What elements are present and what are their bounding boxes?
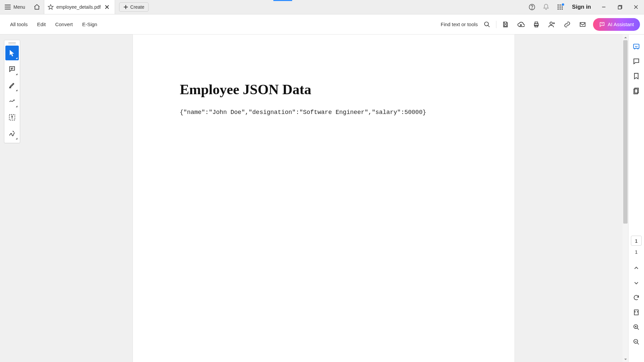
help-icon bbox=[529, 4, 535, 10]
page-fit-icon bbox=[633, 309, 640, 316]
svg-point-5 bbox=[561, 4, 563, 6]
select-tool[interactable] bbox=[5, 46, 19, 60]
pages-icon bbox=[633, 87, 640, 95]
ai-assistant-label: AI Assistant bbox=[608, 21, 634, 27]
chevron-down-icon bbox=[634, 280, 639, 286]
print-button[interactable] bbox=[529, 18, 544, 31]
star-icon[interactable] bbox=[48, 4, 54, 10]
hamburger-icon bbox=[5, 5, 11, 9]
share-users-button[interactable] bbox=[544, 18, 559, 31]
notifications-button[interactable] bbox=[539, 0, 553, 14]
prev-page-button[interactable] bbox=[630, 261, 643, 276]
tab-close-button[interactable] bbox=[103, 3, 111, 11]
help-button[interactable] bbox=[525, 0, 539, 14]
svg-rect-16 bbox=[535, 22, 537, 23]
create-button[interactable]: Create bbox=[119, 2, 149, 12]
find-label: Find text or tools bbox=[441, 21, 478, 27]
window-restore-button[interactable] bbox=[612, 0, 628, 14]
speech-bubble-icon bbox=[633, 58, 640, 65]
sign-in-button[interactable]: Sign in bbox=[567, 4, 596, 10]
zoom-in-button[interactable] bbox=[630, 320, 643, 335]
svg-point-10 bbox=[559, 8, 561, 10]
text-select-tool[interactable] bbox=[5, 110, 19, 125]
rotate-icon bbox=[633, 294, 640, 301]
create-label: Create bbox=[130, 4, 144, 10]
close-icon bbox=[634, 5, 638, 9]
cloud-upload-button[interactable] bbox=[513, 18, 529, 31]
bell-icon bbox=[543, 4, 549, 10]
comments-panel-button[interactable] bbox=[630, 54, 643, 69]
bookmarks-panel-button[interactable] bbox=[630, 69, 643, 83]
svg-rect-12 bbox=[618, 6, 621, 9]
save-button[interactable] bbox=[498, 18, 513, 31]
svg-point-4 bbox=[559, 4, 561, 6]
svg-point-11 bbox=[561, 8, 563, 10]
scroll-thumb[interactable] bbox=[623, 40, 628, 224]
edit-link[interactable]: Edit bbox=[33, 21, 51, 27]
vertical-scrollbar[interactable] bbox=[623, 35, 628, 362]
pdf-page: Employee JSON Data {"name":"John Doe","d… bbox=[133, 35, 515, 362]
main-toolbar: All tools Edit Convert E-Sign Find text … bbox=[0, 14, 644, 35]
comment-tool[interactable] bbox=[5, 62, 19, 76]
next-page-button[interactable] bbox=[630, 276, 643, 290]
svg-rect-24 bbox=[634, 310, 638, 315]
email-button[interactable] bbox=[575, 18, 590, 31]
close-icon bbox=[105, 5, 109, 9]
svg-point-18 bbox=[550, 22, 552, 24]
svg-rect-21 bbox=[634, 44, 639, 49]
svg-point-6 bbox=[557, 6, 559, 8]
window-minimize-button[interactable] bbox=[596, 0, 612, 14]
all-tools-link[interactable]: All tools bbox=[5, 21, 33, 27]
save-icon bbox=[502, 21, 509, 28]
ai-panel-button[interactable] bbox=[630, 39, 643, 54]
svg-rect-19 bbox=[580, 22, 585, 26]
scroll-track[interactable] bbox=[623, 40, 628, 356]
window-close-button[interactable] bbox=[628, 0, 644, 14]
current-page-value: 1 bbox=[635, 238, 638, 244]
add-user-icon bbox=[548, 21, 555, 28]
current-page-input[interactable]: 1 bbox=[631, 236, 642, 246]
search-button[interactable] bbox=[479, 18, 495, 31]
convert-link[interactable]: Convert bbox=[50, 21, 77, 27]
total-pages: 1 bbox=[635, 249, 638, 255]
comment-icon bbox=[8, 65, 16, 73]
chevron-up-icon bbox=[624, 36, 627, 39]
search-icon bbox=[484, 21, 490, 28]
plus-icon bbox=[123, 5, 128, 9]
draw-tool[interactable] bbox=[5, 94, 19, 109]
document-body: {"name":"John Doe","designation":"Softwa… bbox=[180, 109, 468, 116]
right-rail: 1 1 bbox=[628, 35, 644, 362]
pages-panel-button[interactable] bbox=[630, 83, 643, 98]
link-button[interactable] bbox=[559, 18, 575, 31]
ai-assistant-button[interactable]: AI Assistant bbox=[593, 18, 640, 31]
zoom-out-button[interactable] bbox=[630, 335, 643, 349]
main-area: Employee JSON Data {"name":"John Doe","d… bbox=[0, 35, 644, 362]
highlighter-icon bbox=[8, 81, 16, 89]
toolbox-grip[interactable] bbox=[8, 42, 16, 44]
sign-tool[interactable] bbox=[5, 126, 19, 141]
zoom-in-icon bbox=[633, 324, 640, 330]
page-fit-button[interactable] bbox=[630, 305, 643, 320]
svg-point-7 bbox=[559, 6, 561, 8]
title-bar: Menu employee_details.pdf Create Sign in bbox=[0, 0, 644, 14]
minimize-icon bbox=[602, 5, 606, 9]
freehand-icon bbox=[8, 98, 16, 105]
chevron-down-icon bbox=[624, 358, 627, 361]
rotate-button[interactable] bbox=[630, 290, 643, 305]
scroll-down-button[interactable] bbox=[623, 356, 628, 362]
highlight-tool[interactable] bbox=[5, 78, 19, 93]
chevron-up-icon bbox=[634, 265, 639, 271]
text-select-icon bbox=[8, 114, 16, 121]
document-tab[interactable]: employee_details.pdf bbox=[44, 0, 115, 14]
scroll-up-button[interactable] bbox=[623, 35, 628, 40]
cursor-icon bbox=[9, 49, 15, 57]
print-icon bbox=[533, 21, 540, 28]
zoom-out-icon bbox=[633, 339, 640, 345]
home-button[interactable] bbox=[30, 0, 44, 14]
menu-button[interactable]: Menu bbox=[0, 0, 30, 14]
menu-label: Menu bbox=[13, 4, 25, 10]
apps-grid-icon bbox=[557, 4, 563, 10]
ai-panel-icon bbox=[633, 43, 640, 50]
apps-button[interactable] bbox=[553, 0, 567, 14]
esign-link[interactable]: E-Sign bbox=[77, 21, 102, 27]
